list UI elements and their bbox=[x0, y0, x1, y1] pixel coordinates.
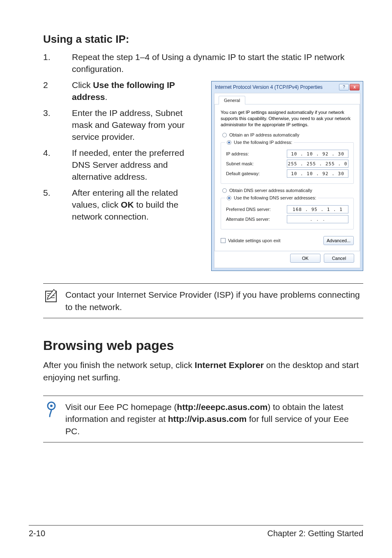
step-text: If needed, enter the preferred DNS Serve… bbox=[72, 147, 203, 183]
bold-fragment: http://vip.asus.com bbox=[168, 414, 247, 424]
help-button[interactable]: ? bbox=[339, 84, 349, 90]
validate-label: Validate settings upon exit bbox=[228, 238, 281, 243]
step-text: After entering all the related values, c… bbox=[72, 187, 203, 223]
alternate-dns-input[interactable]: . . . bbox=[287, 215, 348, 223]
ipv4-properties-dialog: Internet Protocol Version 4 (TCP/IPv4) P… bbox=[211, 81, 363, 271]
svg-point-5 bbox=[50, 405, 53, 407]
heading-browsing: Browsing web pages bbox=[43, 338, 363, 353]
default-gateway-input[interactable]: 10 . 10 . 92 . 30 bbox=[287, 169, 348, 178]
text-fragment: Click bbox=[72, 80, 93, 90]
bold-fragment: Internet Explorer bbox=[195, 360, 264, 370]
cancel-button[interactable]: Cancel bbox=[324, 254, 354, 263]
subnet-mask-input[interactable]: 255 . 255 . 255 . 0 bbox=[287, 160, 348, 168]
subnet-mask-label: Subnet mask: bbox=[226, 161, 254, 166]
page-footer: 2-10 Chapter 2: Getting Started bbox=[29, 525, 363, 538]
page-number: 2-10 bbox=[29, 529, 45, 538]
radio-obtain-ip-auto[interactable] bbox=[222, 133, 227, 137]
step-number: 2 bbox=[43, 79, 60, 103]
heading-static-ip: Using a static IP: bbox=[43, 33, 363, 46]
browsing-paragraph: After you finish the network setup, clic… bbox=[43, 359, 363, 383]
step-number: 5. bbox=[43, 187, 60, 223]
callout-text: Contact your Internet Service Provider (… bbox=[65, 289, 363, 313]
step-text: Click Use the following IP address. bbox=[72, 79, 203, 103]
default-gateway-label: Default gateway: bbox=[226, 171, 260, 176]
step-number: 3. bbox=[43, 107, 60, 143]
step-text: Repeat the step 1–4 of Using a dynamic I… bbox=[72, 51, 363, 75]
text-fragment: After you finish the network setup, clic… bbox=[43, 360, 195, 370]
tip-callout: Visit our Eee PC homepage (http://eeepc.… bbox=[43, 396, 363, 442]
magnifier-tip-icon bbox=[43, 401, 60, 417]
bold-fragment: OK bbox=[121, 200, 134, 209]
tab-general[interactable]: General bbox=[219, 96, 245, 104]
dialog-description: You can get IP settings assigned automat… bbox=[221, 109, 354, 128]
ip-group: Use the following IP address: IP address… bbox=[221, 140, 354, 184]
ip-address-label: IP address: bbox=[226, 151, 249, 156]
note-callout: Contact your Internet Service Provider (… bbox=[43, 283, 363, 318]
radio-use-following-dns[interactable] bbox=[227, 196, 231, 200]
dialog-title: Internet Protocol Version 4 (TCP/IPv4) P… bbox=[215, 84, 323, 90]
radio-label: Obtain an IP address automatically bbox=[229, 132, 299, 137]
bold-fragment: http://eeepc.asus.com bbox=[177, 402, 268, 412]
ok-button[interactable]: OK bbox=[290, 254, 321, 263]
radio-label: Use the following IP address: bbox=[234, 140, 292, 145]
advanced-button[interactable]: Advanced... bbox=[323, 236, 354, 245]
alternate-dns-label: Alternate DNS server: bbox=[226, 217, 270, 222]
radio-obtain-dns-auto[interactable] bbox=[222, 188, 227, 193]
close-button[interactable]: x bbox=[350, 84, 360, 90]
callout-text: Visit our Eee PC homepage (http://eeepc.… bbox=[65, 401, 363, 437]
radio-label: Use the following DNS server addresses: bbox=[234, 195, 316, 200]
left-steps: 2 Click Use the following IP address. 3.… bbox=[43, 79, 203, 223]
step-number: 4. bbox=[43, 147, 60, 183]
notepad-icon bbox=[43, 289, 60, 303]
chapter-title: Chapter 2: Getting Started bbox=[267, 529, 363, 538]
step-number: 1. bbox=[43, 51, 60, 75]
step-text: Enter the IP address, Subnet mask and Ga… bbox=[72, 107, 203, 143]
radio-use-following-ip[interactable] bbox=[227, 140, 231, 145]
full-width-steps: 1. Repeat the step 1–4 of Using a dynami… bbox=[43, 51, 363, 75]
validate-checkbox[interactable] bbox=[221, 238, 226, 243]
preferred-dns-input[interactable]: 168 . 95 . 1 . 1 bbox=[287, 205, 348, 213]
text-fragment: . bbox=[105, 92, 108, 102]
radio-label: Obtain DNS server address automatically bbox=[229, 188, 312, 193]
text-fragment: Visit our Eee PC homepage ( bbox=[65, 402, 177, 412]
ip-address-input[interactable]: 10 . 10 . 92 . 30 bbox=[287, 150, 348, 158]
preferred-dns-label: Preferred DNS server: bbox=[226, 207, 271, 212]
dns-group: Use the following DNS server addresses: … bbox=[221, 195, 354, 229]
